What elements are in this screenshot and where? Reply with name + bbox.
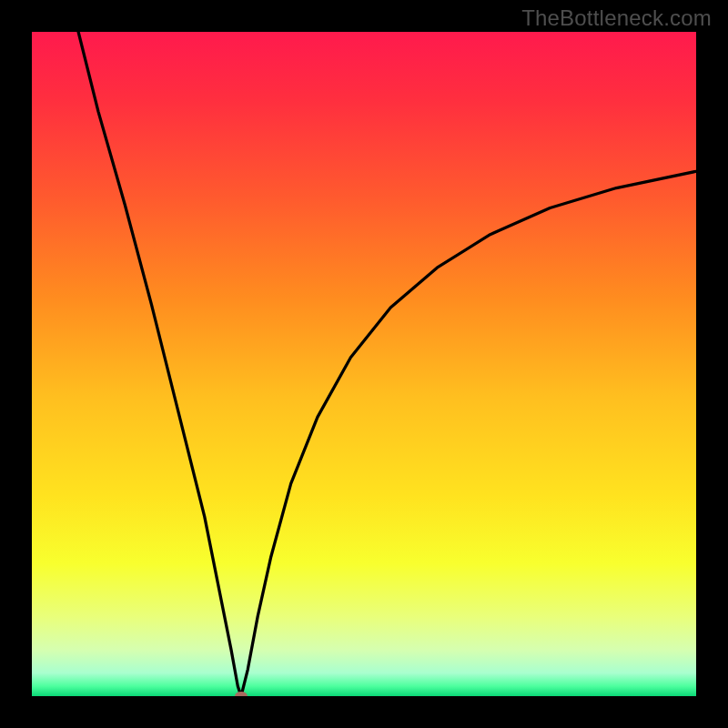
optimal-point-marker [235, 692, 248, 696]
bottleneck-curve [32, 32, 696, 696]
chart-frame: TheBottleneck.com [0, 0, 728, 728]
plot-area [32, 32, 696, 696]
watermark-text: TheBottleneck.com [521, 5, 712, 31]
